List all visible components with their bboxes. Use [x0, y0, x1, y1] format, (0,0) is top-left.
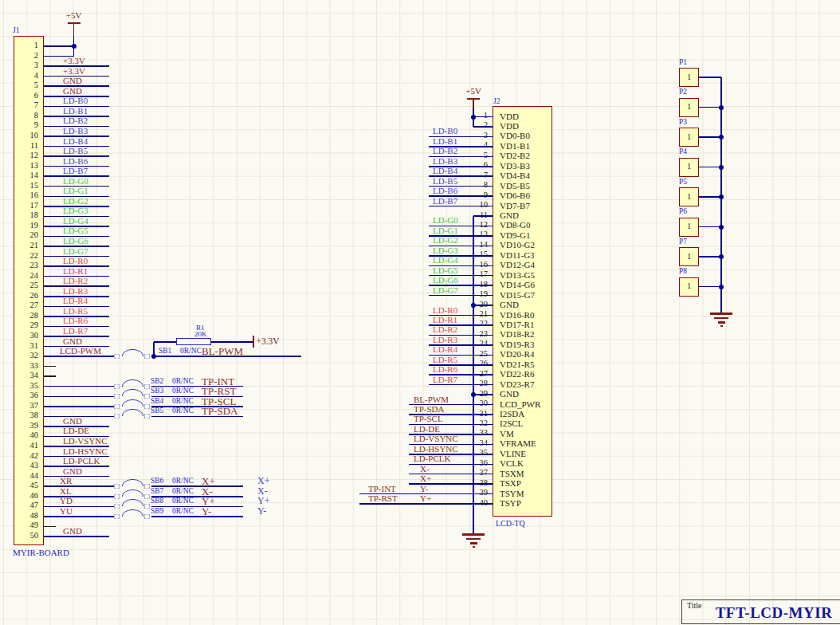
net-label[interactable]: XR — [60, 477, 72, 485]
net-label[interactable]: LD-R5 — [63, 307, 88, 316]
net-label[interactable]: LD-R0 — [433, 306, 457, 315]
net-label[interactable]: LD-B7 — [63, 167, 88, 175]
net-label[interactable]: LD-B1 — [433, 137, 457, 146]
sb-designator[interactable]: SB9 — [151, 508, 163, 516]
net-label[interactable]: X- — [420, 465, 430, 474]
sb-designator[interactable]: SB4 — [151, 398, 163, 406]
net-label[interactable]: LD-B6 — [63, 157, 88, 166]
net-label[interactable]: LD-G5 — [433, 266, 458, 275]
jumper-arc[interactable] — [122, 349, 143, 356]
net-label[interactable]: LD-G2 — [63, 197, 88, 206]
net-label[interactable]: LD-G2 — [433, 236, 458, 245]
net-label[interactable]: LD-G3 — [63, 206, 88, 215]
net-label[interactable]: LD-R2 — [433, 325, 457, 334]
jumper-arc[interactable] — [122, 399, 143, 407]
power-port-5v[interactable]: +5V — [50, 11, 98, 20]
net-label[interactable]: LD-R1 — [63, 267, 88, 276]
net-label[interactable]: LD-B3 — [63, 127, 88, 136]
net-label[interactable]: LD-B3 — [433, 157, 457, 166]
port-label[interactable]: Y- — [257, 506, 266, 516]
net-label-out[interactable]: Y- — [202, 506, 211, 517]
net-label[interactable]: LD-B5 — [433, 177, 457, 186]
net-label[interactable]: LD-R6 — [63, 316, 88, 325]
net-label[interactable]: LD-R7 — [433, 375, 457, 384]
port-label[interactable]: X- — [257, 486, 268, 496]
net-label[interactable]: LD-G6 — [63, 237, 88, 246]
net-label[interactable]: LD-B6 — [433, 187, 457, 195]
sb-designator[interactable]: SB2 — [151, 378, 163, 386]
net-label[interactable]: TP-RST — [368, 494, 398, 503]
net-label[interactable]: LD-R3 — [63, 287, 88, 296]
jumper-arc[interactable] — [122, 499, 143, 506]
net-label[interactable]: LD-R4 — [433, 345, 457, 354]
net-label[interactable]: BL-PWM — [414, 395, 449, 404]
net-label[interactable]: LCD-PWM — [60, 347, 101, 356]
net-label[interactable]: LD-G7 — [63, 247, 88, 256]
net-label[interactable]: LD-R7 — [63, 327, 88, 336]
sb-designator[interactable]: SB5 — [151, 407, 163, 415]
port-label[interactable]: Y+ — [257, 496, 269, 505]
net-label[interactable]: Y- — [420, 485, 428, 493]
net-label[interactable]: LD-G3 — [433, 246, 458, 255]
net-label[interactable]: GND — [63, 77, 82, 85]
net-label[interactable]: GND — [63, 527, 82, 536]
jumper-arc[interactable] — [122, 489, 143, 497]
net-label[interactable]: LD-HSYNC — [63, 447, 108, 456]
net-label[interactable]: GND — [63, 467, 82, 476]
net-label-out[interactable]: BL-PWM — [202, 346, 243, 356]
net-label[interactable]: LD-G5 — [63, 226, 88, 235]
net-label[interactable]: LD-B1 — [63, 107, 88, 116]
net-label[interactable]: LD-G1 — [433, 226, 458, 235]
net-label[interactable]: LD-B0 — [63, 96, 88, 105]
net-label[interactable]: LD-G4 — [63, 217, 88, 226]
net-label[interactable]: LD-R6 — [433, 365, 457, 374]
resistor-body-r1[interactable] — [176, 338, 211, 345]
net-label[interactable]: LD-DE — [414, 425, 440, 434]
jumper-arc[interactable] — [122, 479, 143, 486]
net-label[interactable]: Y+ — [420, 494, 431, 503]
net-label[interactable]: LD-G6 — [433, 276, 458, 285]
net-label[interactable]: LD-B2 — [63, 116, 88, 125]
net-label[interactable]: X+ — [420, 474, 431, 483]
net-label[interactable]: TP-SCL — [414, 415, 443, 423]
net-label[interactable]: YD — [60, 497, 73, 505]
net-label[interactable]: YU — [60, 507, 73, 516]
net-label[interactable]: LD-PCLK — [414, 454, 450, 463]
net-label[interactable]: LD-R2 — [63, 277, 88, 285]
net-label[interactable]: LD-R5 — [433, 356, 457, 364]
net-label[interactable]: GND — [63, 337, 82, 346]
net-label[interactable]: +3.3V — [63, 67, 85, 76]
net-label[interactable]: LD-B5 — [63, 147, 88, 155]
net-label[interactable]: TP-SDA — [414, 405, 445, 414]
net-label-out[interactable]: TP-SDA — [202, 406, 238, 416]
sb-designator[interactable]: SB1 — [159, 348, 171, 356]
net-label[interactable]: LD-B7 — [433, 197, 457, 206]
net-label[interactable]: LD-VSYNC — [414, 434, 458, 443]
net-label[interactable]: LD-R3 — [433, 336, 457, 344]
net-label[interactable]: LD-R1 — [433, 316, 457, 324]
net-label[interactable]: +3.3V — [63, 57, 85, 65]
power-port-3v3[interactable]: +3.3V — [257, 337, 280, 347]
net-label[interactable]: LD-VSYNC — [63, 437, 108, 446]
sb-designator[interactable]: SB3 — [151, 387, 163, 395]
jumper-arc[interactable] — [122, 389, 143, 396]
net-label[interactable]: LD-G0 — [433, 216, 458, 225]
ground-symbol[interactable] — [710, 312, 732, 314]
net-label[interactable]: GND — [63, 87, 82, 96]
net-label[interactable]: XL — [60, 487, 72, 496]
net-label[interactable]: LD-DE — [63, 426, 89, 435]
sb-designator[interactable]: SB6 — [151, 478, 163, 485]
net-label[interactable]: LD-R0 — [63, 257, 88, 265]
ground-symbol[interactable] — [462, 533, 485, 535]
net-label[interactable]: LD-B2 — [433, 147, 457, 155]
jumper-arc[interactable] — [122, 409, 143, 416]
net-label[interactable]: LD-PCLK — [63, 457, 100, 466]
net-label[interactable]: LD-G0 — [63, 177, 88, 186]
port-label[interactable]: X+ — [257, 476, 269, 485]
jumper-arc[interactable] — [122, 379, 143, 387]
net-label[interactable]: TP-INT — [368, 485, 396, 493]
power-port-5v[interactable]: +5V — [449, 87, 497, 96]
net-label[interactable]: LD-B0 — [433, 127, 457, 136]
net-label[interactable]: LD-G1 — [63, 187, 88, 195]
sb-designator[interactable]: SB7 — [151, 488, 163, 496]
